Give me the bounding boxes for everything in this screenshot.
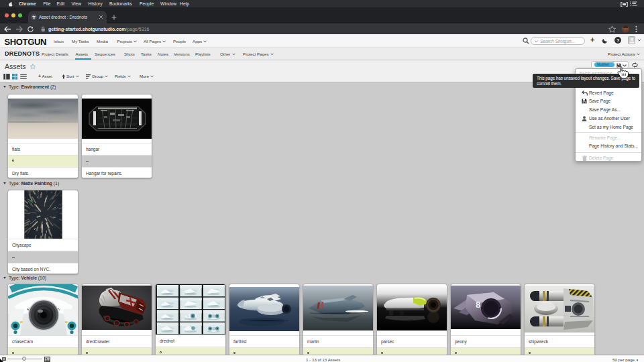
svg-text:8: 8 bbox=[476, 300, 480, 310]
